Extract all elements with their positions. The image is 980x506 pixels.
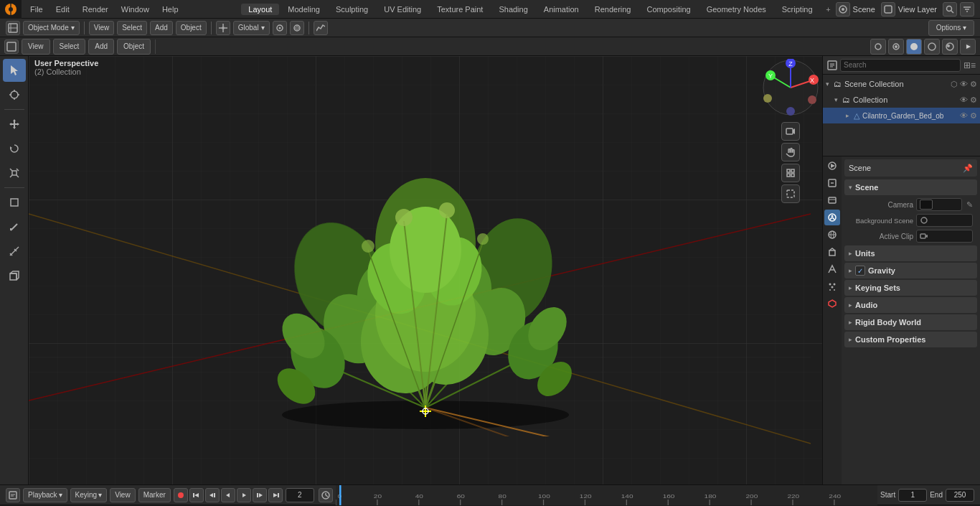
prop-rigid-body-header[interactable]: ▸ Rigid Body World: [844, 314, 977, 330]
obj-settings-icon[interactable]: ⚙: [970, 111, 977, 121]
scene-col-eye-icon[interactable]: 👁: [960, 80, 968, 89]
viewport-gizmos-btn[interactable]: [870, 39, 886, 55]
play-reverse-btn[interactable]: [221, 488, 235, 502]
current-frame-display[interactable]: 2: [286, 488, 314, 502]
outliner-filter-icon[interactable]: ⊞: [963, 60, 971, 70]
obj-eye-icon[interactable]: 👁: [960, 111, 968, 121]
prop-btn-world[interactable]: [824, 227, 840, 243]
tab-uv-editing[interactable]: UV Editing: [377, 4, 428, 15]
add-menu-btn[interactable]: Add: [150, 21, 173, 35]
step-forward-btn[interactable]: [253, 488, 267, 502]
tab-layout[interactable]: Layout: [241, 4, 279, 15]
outliner-filter2-icon[interactable]: ≡: [971, 60, 976, 70]
outliner-search-input[interactable]: [840, 59, 961, 72]
prop-btn-modifiers[interactable]: [824, 261, 840, 277]
keying-btn[interactable]: Keying ▾: [70, 488, 108, 502]
tool-scale[interactable]: [3, 161, 26, 184]
filter-btn[interactable]: [960, 2, 974, 17]
viewport-shading-solid-btn[interactable]: [906, 39, 922, 55]
menu-edit[interactable]: Edit: [50, 4, 75, 15]
bg-scene-value[interactable]: [916, 214, 973, 227]
select-menu-btn[interactable]: Select: [117, 21, 147, 35]
frame-clock-icon[interactable]: [319, 488, 333, 502]
tab-animation[interactable]: Animation: [537, 4, 586, 15]
col-settings-icon[interactable]: ⚙: [970, 95, 977, 105]
pivot-point-btn[interactable]: [216, 21, 230, 35]
scene-col-camera-icon[interactable]: ⬡: [951, 80, 958, 89]
prop-btn-physics[interactable]: [824, 296, 840, 311]
proportional-edit-btn[interactable]: [290, 21, 304, 35]
viewport-object-btn[interactable]: Object: [117, 39, 151, 55]
tool-select[interactable]: [3, 59, 26, 82]
step-back-btn[interactable]: [205, 488, 220, 502]
tab-shading[interactable]: Shading: [491, 4, 534, 15]
options-btn[interactable]: Options ▾: [928, 20, 974, 36]
tool-add-cube[interactable]: [3, 264, 26, 287]
camera-value[interactable]: [916, 198, 962, 211]
viewport-zoom-btn[interactable]: [781, 164, 800, 182]
prop-btn-particles[interactable]: [824, 278, 840, 294]
tool-annotate[interactable]: [3, 215, 26, 238]
prop-keying-header[interactable]: ▸ Keying Sets: [844, 280, 977, 296]
menu-help[interactable]: Help: [156, 4, 184, 15]
view-timeline-btn[interactable]: View: [110, 488, 136, 502]
col-eye-icon[interactable]: 👁: [960, 95, 968, 105]
editor-type-icon[interactable]: [4, 39, 19, 54]
object-menu-btn[interactable]: Object: [176, 21, 207, 35]
prop-btn-object[interactable]: [824, 244, 840, 260]
tool-transform[interactable]: [3, 191, 26, 214]
search-btn[interactable]: [943, 2, 957, 17]
menu-render[interactable]: Render: [77, 4, 114, 15]
menu-file[interactable]: File: [24, 4, 49, 15]
end-frame-field[interactable]: 250: [946, 489, 974, 502]
prop-btn-view-layer[interactable]: [824, 192, 840, 208]
prop-audio-header[interactable]: ▸ Audio: [844, 297, 977, 313]
prop-btn-render[interactable]: [824, 158, 840, 174]
render-engine-btn[interactable]: [881, 2, 895, 17]
marker-btn[interactable]: Marker: [138, 488, 171, 502]
tab-geometry-nodes[interactable]: Geometry Nodes: [699, 4, 773, 15]
outliner-collection[interactable]: ▾ 🗂 Collection 👁 ⚙: [823, 92, 980, 108]
editor-type-btn[interactable]: [6, 21, 20, 35]
graph-icon[interactable]: [314, 21, 328, 35]
tab-texture-paint[interactable]: Texture Paint: [430, 4, 490, 15]
viewport-add-btn[interactable]: Add: [88, 39, 114, 55]
prop-custom-props-header[interactable]: ▸ Custom Properties: [844, 332, 977, 347]
tool-cursor[interactable]: [3, 83, 26, 106]
viewport-shading-wire-btn[interactable]: [924, 39, 940, 55]
add-workspace-button[interactable]: +: [821, 2, 836, 17]
viewport-render-region-btn[interactable]: [781, 184, 800, 203]
playback-btn[interactable]: Playback ▾: [23, 488, 67, 502]
active-clip-value[interactable]: [916, 230, 973, 243]
transform-global-btn[interactable]: Global ▾: [233, 21, 270, 35]
navigation-gizmo[interactable]: X Y Z: [762, 59, 819, 116]
tab-rendering[interactable]: Rendering: [588, 4, 639, 15]
prop-scene-section-header[interactable]: ▾ Scene: [844, 179, 977, 195]
scene-selector[interactable]: [836, 2, 850, 17]
prop-units-header[interactable]: ▸ Units: [844, 245, 977, 261]
viewport-shading-mat-btn[interactable]: [942, 39, 958, 55]
viewport-camera-btn[interactable]: [781, 122, 800, 141]
viewport-overlays-btn[interactable]: [888, 39, 904, 55]
scene-col-settings-icon[interactable]: ⚙: [970, 80, 977, 89]
timeline-ruler[interactable]: 0 20 40 60 80 100 120 140 160 180: [336, 485, 877, 505]
prop-btn-output[interactable]: [824, 175, 840, 191]
camera-edit-icon[interactable]: ✎: [966, 200, 973, 210]
tab-compositing[interactable]: Compositing: [639, 4, 697, 15]
record-btn[interactable]: [174, 488, 188, 502]
viewport-select-btn[interactable]: Select: [53, 39, 86, 55]
tab-modeling[interactable]: Modeling: [281, 4, 327, 15]
prop-btn-scene[interactable]: [824, 210, 840, 225]
object-mode-btn[interactable]: Object Mode ▾: [23, 21, 80, 35]
view-menu-btn[interactable]: View: [89, 21, 115, 35]
start-frame-field[interactable]: 1: [898, 489, 927, 502]
outliner-scene-collection[interactable]: ▾ 🗂 Scene Collection ⬡ 👁 ⚙: [823, 76, 980, 92]
play-btn[interactable]: [237, 488, 251, 502]
tool-rotate[interactable]: [3, 137, 26, 160]
outliner-cilantro-object[interactable]: ▸ △ Cilantro_Garden_Bed_ob 👁 ⚙: [823, 108, 980, 123]
jump-start-btn[interactable]: [189, 488, 204, 502]
viewport[interactable]: User Perspective (2) Collection X Y: [29, 56, 822, 484]
tool-move[interactable]: [3, 113, 26, 136]
gravity-checkbox[interactable]: ✓: [855, 266, 865, 276]
viewport-shading-render-btn[interactable]: [960, 39, 976, 55]
